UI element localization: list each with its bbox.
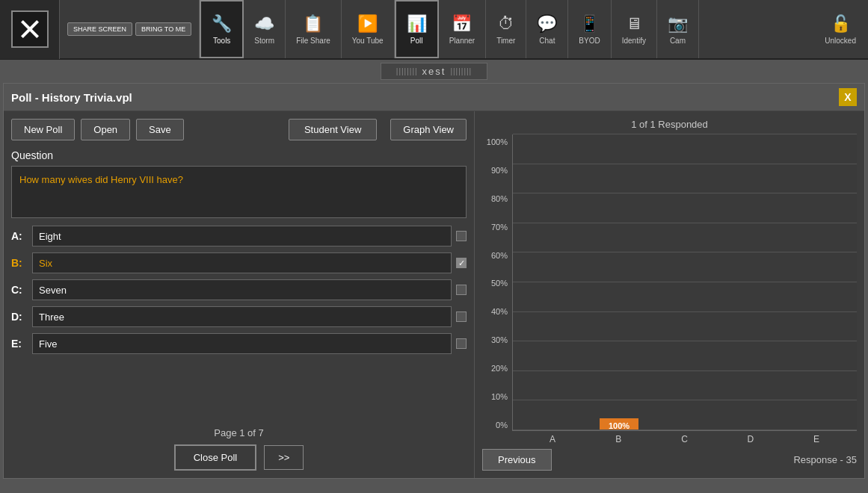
planner-button[interactable]: 📅 Planner <box>439 0 486 58</box>
timer-icon: ⏱ <box>498 14 514 34</box>
answer-input[interactable] <box>32 252 452 273</box>
graph-view-button[interactable]: Graph View <box>390 119 467 140</box>
grid-line <box>513 193 857 193</box>
poll-left-panel: New Poll Open Save Student View Graph Vi… <box>4 111 475 478</box>
answer-checkbox[interactable] <box>456 338 467 349</box>
answer-input[interactable] <box>32 333 452 354</box>
x-axis-label: A <box>520 434 585 444</box>
nav-next-button[interactable]: >> <box>264 445 304 470</box>
y-axis-label: 80% <box>491 194 508 203</box>
y-axis-label: 0% <box>496 421 508 430</box>
answer-input[interactable] <box>32 306 452 327</box>
grid-line <box>513 134 857 134</box>
poll-titlebar: Poll - History Trivia.vpl X <box>4 84 864 111</box>
y-axis-label: 10% <box>491 392 508 401</box>
timer-label: Timer <box>496 37 515 45</box>
poll-footer: Page 1 of 7 Close Poll >> <box>11 427 467 471</box>
x-labels: ABCDE <box>512 431 857 444</box>
y-axis: 100%90%80%70%60%50%40%30%20%10%0% <box>482 134 512 444</box>
chart-bar: 100% <box>600 418 639 430</box>
poll-title: Poll - History Trivia.vpl <box>11 91 132 104</box>
identify-label: Identify <box>622 37 646 45</box>
logo <box>0 0 60 59</box>
youtube-icon: ▶️ <box>357 14 378 34</box>
new-poll-button[interactable]: New Poll <box>11 119 75 140</box>
answer-input[interactable] <box>32 279 452 300</box>
grid-line <box>513 430 857 430</box>
poll-toolbar: New Poll Open Save Student View Graph Vi… <box>11 119 467 140</box>
poll-close-button[interactable]: X <box>839 88 857 106</box>
storm-label: Storm <box>254 37 274 45</box>
chart-bottom: Previous Response - 35 <box>482 449 857 471</box>
chart-body: 100% ABCDE <box>512 134 857 444</box>
x-axis-label: D <box>718 434 784 444</box>
x-axis-label: E <box>784 434 849 444</box>
bring-to-me-button[interactable]: BRING TO ME <box>135 22 191 36</box>
grid-line <box>513 400 857 400</box>
y-axis-label: 60% <box>491 251 508 260</box>
response-info: Response - 35 <box>793 454 857 465</box>
answer-input[interactable] <box>32 226 452 246</box>
grid-line <box>513 282 857 282</box>
answer-row: A: <box>11 226 467 246</box>
answer-row: E: <box>11 333 467 354</box>
byod-label: BYOD <box>579 37 600 45</box>
bar-column: 100% <box>586 418 652 430</box>
chart-grid: 100% <box>512 134 857 431</box>
close-poll-button[interactable]: Close Poll <box>174 444 257 471</box>
chat-icon: 💬 <box>537 14 557 34</box>
unlock-item[interactable]: 🔓 Unlocked <box>813 0 868 58</box>
timer-button[interactable]: ⏱ Timer <box>486 0 526 58</box>
storm-button[interactable]: ☁️ Storm <box>244 0 286 58</box>
answer-checkbox[interactable] <box>456 231 467 241</box>
answer-letter: B: <box>11 257 28 269</box>
poll-icon: 📊 <box>407 14 427 34</box>
planner-icon: 📅 <box>452 14 472 34</box>
answer-checkbox[interactable]: ✓ <box>456 258 467 268</box>
y-axis-label: 20% <box>491 364 508 373</box>
cam-button[interactable]: 📷 Cam <box>657 0 699 58</box>
answers-container: A:B:✓C:D:E: <box>11 226 467 360</box>
question-box[interactable]: How many wives did Henry VIII have? <box>11 166 467 218</box>
open-button[interactable]: Open <box>81 119 130 140</box>
poll-label: Poll <box>410 37 423 45</box>
y-axis-label: 100% <box>487 137 508 146</box>
toolbar: SHARE SCREEN BRING TO ME 🔧 Tools ☁️ Stor… <box>0 0 868 60</box>
cam-icon: 📷 <box>668 14 688 34</box>
save-button[interactable]: Save <box>136 119 184 140</box>
student-view-button[interactable]: Student View <box>289 119 377 140</box>
x-axis-label: B <box>585 434 651 444</box>
file-share-button[interactable]: 📋 File Share <box>286 0 342 58</box>
byod-button[interactable]: 📱 BYOD <box>568 0 611 58</box>
y-axis-label: 40% <box>491 307 508 316</box>
grid-line <box>513 370 857 371</box>
answer-checkbox[interactable] <box>456 311 467 322</box>
byod-icon: 📱 <box>579 14 600 34</box>
youtube-label: You Tube <box>352 37 384 45</box>
poll-button[interactable]: 📊 Poll <box>395 0 439 58</box>
youtube-button[interactable]: ▶️ You Tube <box>342 0 395 58</box>
identify-button[interactable]: 🖥 Identify <box>612 0 657 58</box>
share-screen-button[interactable]: SHARE SCREEN <box>67 22 132 36</box>
grid-line <box>513 164 857 164</box>
answer-letter: C: <box>11 284 28 296</box>
toolbar-group: 🔧 Tools ☁️ Storm 📋 File Share ▶️ You Tub… <box>200 0 699 58</box>
answer-letter: A: <box>11 230 28 242</box>
xest-bar: |||||||| xest |||||||| <box>0 60 868 83</box>
cam-label: Cam <box>670 37 686 45</box>
tools-button[interactable]: 🔧 Tools <box>200 0 244 58</box>
grid-line <box>513 311 857 312</box>
answer-row: B:✓ <box>11 252 467 273</box>
previous-button[interactable]: Previous <box>482 449 552 471</box>
page-info: Page 1 of 7 <box>214 427 264 438</box>
answer-checkbox[interactable] <box>456 285 467 295</box>
poll-content: New Poll Open Save Student View Graph Vi… <box>4 111 864 478</box>
chart-bars: 100% <box>513 134 857 430</box>
answer-row: C: <box>11 279 467 300</box>
storm-icon: ☁️ <box>254 14 274 34</box>
chat-button[interactable]: 💬 Chat <box>526 0 568 58</box>
y-axis-label: 90% <box>491 166 508 175</box>
xest-brand: xest <box>422 66 446 77</box>
y-axis-label: 50% <box>491 279 508 288</box>
answer-letter: E: <box>11 338 28 350</box>
